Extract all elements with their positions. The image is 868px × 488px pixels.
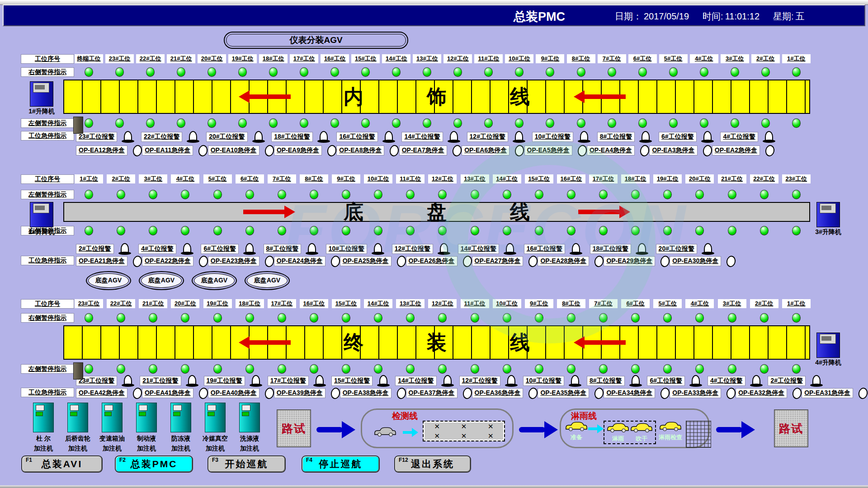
rain-stage-dry: 吹干 [630, 422, 653, 443]
fkey-label: F3 [212, 457, 218, 463]
road-test-box-left: 路试 [277, 409, 311, 447]
flow-arrow-1 [316, 421, 356, 438]
fkey-label: F4 [306, 457, 312, 463]
button-label: 总装PMC [116, 456, 192, 472]
x-mark-icon: ✕ [488, 432, 494, 440]
detection-line-title: 检测线 [392, 410, 418, 422]
car-icon [374, 426, 396, 437]
detection-bay: ✕✕✕✕✕✕ [423, 421, 505, 441]
x-mark-icon: ✕ [461, 432, 467, 440]
x-mark-icon: ✕ [488, 422, 494, 431]
car-icon [659, 421, 682, 432]
road-test-box-right: 路试 [774, 409, 808, 447]
x-mark-icon: ✕ [461, 422, 467, 431]
button-stop-cruise[interactable]: F4停止巡航 [302, 455, 380, 473]
scada-screen: 总装PMC 日期：2017/05/19时间:11:01:12星期:五 仪表分装A… [0, 0, 868, 488]
flow-arrow-3 [716, 421, 756, 438]
rain-stage-check: 淋雨检查 [656, 421, 685, 441]
test-flow-section: 路试 检测线 ✕✕✕✕✕✕ 淋雨线 准备 淋雨 [0, 0, 868, 488]
rain-stage-label: 吹干 [636, 435, 647, 443]
rain-stage-label: 淋雨检查 [659, 433, 682, 441]
rain-stage-label: 淋雨 [612, 435, 624, 443]
button-exit-system[interactable]: F12退出系统 [394, 455, 471, 473]
button-start-cruise[interactable]: F3开始巡航 [208, 455, 286, 473]
fkey-label: F12 [399, 457, 408, 463]
flow-arrow-2 [519, 421, 559, 438]
rain-stages: 准备 淋雨 吹干 淋雨检查 [565, 421, 711, 448]
cyan-arrow-icon [403, 428, 418, 437]
button-label: 停止巡航 [302, 456, 379, 472]
rain-booth: 淋雨 吹干 [604, 421, 656, 444]
rain-test-line-box: 淋雨线 准备 淋雨 吹干 [560, 408, 710, 448]
x-mark-icon: ✕ [434, 432, 440, 440]
window-bottom-edge [0, 485, 868, 488]
grid-mesh-icon [686, 421, 711, 448]
rain-stage-label: 准备 [571, 433, 582, 441]
rain-stage-shower: 淋雨 [606, 422, 630, 443]
button-assembly-avi[interactable]: F1总装AVI [21, 455, 103, 473]
detection-line-box: 检测线 ✕✕✕✕✕✕ [361, 408, 514, 448]
car-icon [607, 422, 629, 433]
fkey-label: F1 [26, 457, 32, 463]
rain-stage-prepare: 准备 [565, 421, 588, 441]
car-icon [630, 422, 653, 433]
car-icon [565, 421, 588, 432]
button-assembly-pmc[interactable]: F2总装PMC [115, 455, 193, 473]
button-label: 开始巡航 [208, 456, 285, 472]
fkey-label: F2 [119, 457, 126, 463]
x-mark-icon: ✕ [434, 422, 440, 431]
button-label: 总装AVI [22, 456, 102, 472]
cyan-arrow-icon [588, 424, 604, 433]
